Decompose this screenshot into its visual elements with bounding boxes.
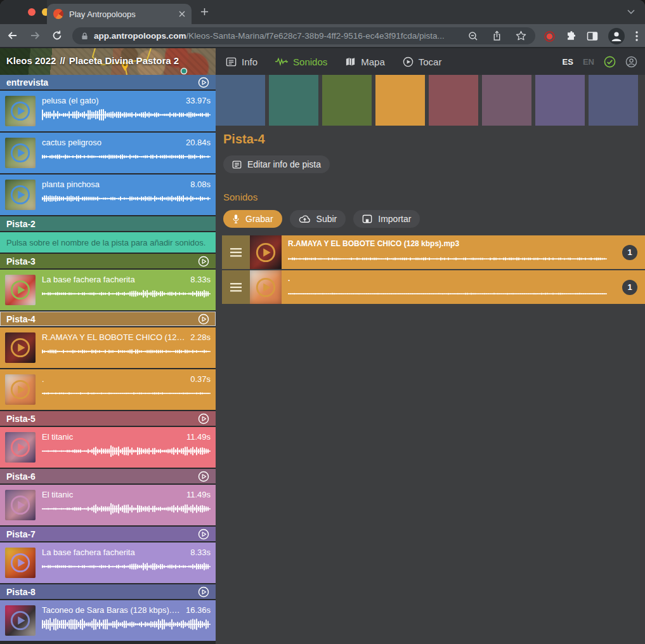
track-header-pista-7[interactable]: Pista-7 [0,527,216,541]
waveform [42,192,211,206]
sound-item[interactable]: R.AMAYA Y EL BOBOTE CHICO (128 kbps)....… [0,327,216,368]
bookmark-star-icon[interactable] [516,30,526,41]
play-track-icon[interactable] [198,77,209,88]
track-swatch-2[interactable] [269,75,318,126]
track-swatch-8[interactable] [589,75,638,126]
sound-item[interactable]: .0.37s [0,369,216,410]
sound-item[interactable]: pelusa (el gato)33.97s [0,91,216,131]
track-swatch-3[interactable] [322,75,372,126]
sound-row-body[interactable]: .1 [282,270,645,304]
sound-thumbnail[interactable] [250,235,282,269]
record-extension-icon[interactable] [544,31,555,42]
track-swatch-5[interactable] [429,75,478,126]
account-icon[interactable] [625,56,637,68]
sound-thumbnail[interactable] [5,605,36,636]
track-header-pista-2[interactable]: Pista-2 [0,216,216,231]
play-track-icon[interactable] [198,471,209,482]
sound-thumbnail[interactable] [5,138,36,168]
play-track-icon[interactable] [198,586,209,598]
track-header-pista-3[interactable]: Pista-3 [0,254,216,268]
saved-check-icon[interactable] [604,56,616,68]
sound-item-body: pelusa (el gato)33.97s [42,96,211,126]
nav-tab-sonidos[interactable]: Sonidos [275,56,327,67]
tab-search-chevron-icon[interactable] [627,10,635,15]
breadcrumb-separator: // [60,55,65,66]
sound-thumbnail[interactable] [5,374,36,405]
back-button[interactable] [7,30,18,41]
play-track-icon[interactable] [198,256,209,267]
edit-track-info-button[interactable]: Editar info de pista [223,155,330,173]
sound-item[interactable]: Taconeo de Sara Baras (128 kbps).mp316.3… [0,600,216,641]
play-track-icon[interactable] [198,313,209,325]
track-header-pista-6[interactable]: Pista-6 [0,469,216,483]
forward-button[interactable] [29,30,41,41]
new-tab-button[interactable] [200,8,209,16]
sound-thumbnail[interactable] [5,275,36,305]
play-sound-icon[interactable] [10,142,31,164]
sound-thumbnail[interactable] [5,180,36,210]
language-en-button[interactable]: EN [583,57,594,67]
upload-button[interactable]: Subir [290,210,346,228]
drag-handle[interactable] [222,270,250,304]
side-panel-icon[interactable] [587,30,598,42]
nav-tab-tocar[interactable]: Tocar [403,56,442,67]
sound-item[interactable]: El titanic11.49s [0,427,216,468]
play-sound-icon[interactable] [10,379,31,400]
sound-thumbnail[interactable] [5,548,36,578]
reload-button[interactable] [51,30,63,41]
sound-thumbnail[interactable] [5,96,36,126]
play-sound-icon[interactable] [10,337,31,358]
close-window-button[interactable] [28,8,36,16]
sound-thumbnail[interactable] [5,490,36,520]
sound-thumbnail[interactable] [5,332,36,363]
language-es-button[interactable]: ES [563,57,573,67]
track-swatch-1[interactable] [216,75,265,126]
info-list-icon [232,160,242,169]
share-icon[interactable] [492,30,502,41]
sound-title: El titanic [42,490,181,499]
sound-thumbnail[interactable] [250,270,282,304]
play-sound-icon[interactable] [255,277,277,298]
sound-item[interactable]: planta pinchosa8.08s [0,174,216,215]
nav-tab-info[interactable]: Info [226,56,257,67]
sound-item[interactable]: La base fachera facherita8.33s [0,542,216,583]
drag-handle[interactable] [222,235,250,269]
sound-item[interactable]: cactus peligroso20.84s [0,133,216,173]
play-sound-icon[interactable] [10,610,31,631]
play-sound-icon[interactable] [10,437,31,458]
lock-icon[interactable] [81,32,88,41]
extensions-puzzle-icon[interactable] [565,30,577,42]
play-sound-icon[interactable] [255,242,277,263]
nav-tab-mapa[interactable]: Mapa [345,56,385,67]
sound-thumbnail[interactable] [5,432,36,463]
track-swatch-6[interactable] [482,75,531,126]
tab-close-icon[interactable] [179,11,185,17]
sound-item-body: La base fachera facherita8.33s [42,548,211,578]
import-button[interactable]: Importar [353,210,420,228]
track-header-entrevista[interactable]: entrevista [0,75,216,89]
track-swatch-4[interactable] [375,75,425,126]
play-sound-icon[interactable] [10,552,31,574]
play-sound-icon[interactable] [10,100,31,122]
play-sound-icon[interactable] [10,494,31,516]
track-swatch-7[interactable] [535,75,585,126]
sound-row-body[interactable]: R.AMAYA Y EL BOBOTE CHICO (128 kbps).mp3… [282,235,645,269]
play-track-icon[interactable] [198,529,209,540]
profile-avatar[interactable] [608,28,625,44]
address-bar[interactable]: app.antropoloops.com/Kleos-Santa-Marina/… [72,27,535,44]
record-button[interactable]: Grabar [223,210,282,228]
play-sound-icon[interactable] [10,184,31,206]
zoom-out-icon[interactable] [468,31,478,41]
play-track-icon[interactable] [198,413,209,424]
sound-item[interactable]: La base fachera facherita8.33s [0,270,216,310]
browser-tab[interactable]: Play Antropoloops [47,4,192,24]
track-header-pista-4[interactable]: Pista-4 [0,312,216,326]
play-sound-icon[interactable] [10,279,31,301]
upload-label: Subir [316,214,337,224]
browser-menu-icon[interactable] [635,30,639,42]
track-header-pista-5[interactable]: Pista-5 [0,411,216,426]
breadcrumb-project-link[interactable]: Kleos 2022 [6,55,56,66]
play-circle-icon [403,56,414,67]
sound-item[interactable]: El titanic11.49s [0,485,216,525]
track-header-pista-8[interactable]: Pista-8 [0,584,216,599]
